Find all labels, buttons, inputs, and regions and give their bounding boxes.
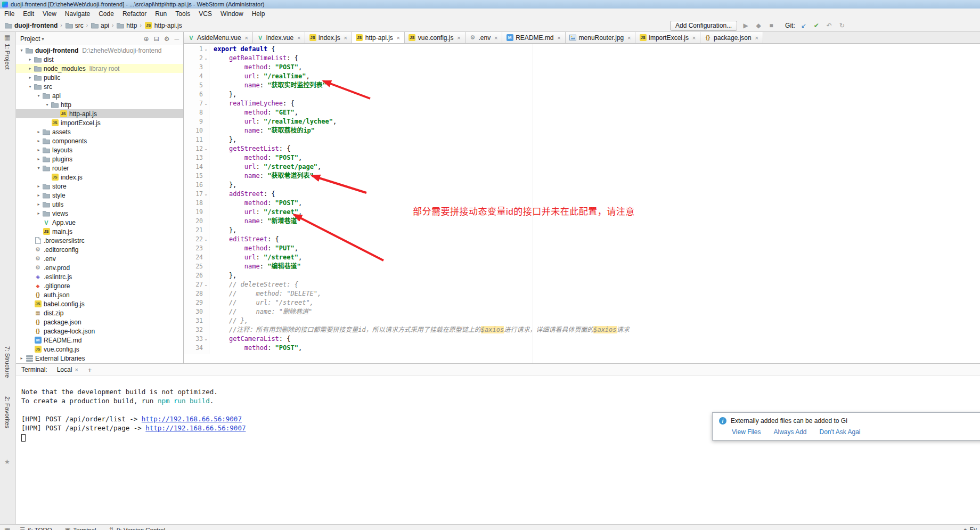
event-log-button[interactable]: ●Ev [963,526,977,530]
terminal-link[interactable]: http://192.168.66.56:9007 [145,424,246,432]
tree-item-package-lock.json[interactable]: {}package-lock.json [16,327,183,336]
close-icon[interactable]: × [296,35,301,41]
editor-tab-index.js[interactable]: JSindex.js× [305,32,352,43]
code-line[interactable]: name: "新增巷道" [214,217,980,226]
tree-item-store[interactable]: ▸store [16,182,183,191]
project-panel-title[interactable]: Project [20,35,40,43]
dont-ask-again-link[interactable]: Don't Ask Agai [820,428,861,436]
editor-tab-http-api.js[interactable]: JShttp-api.js× [352,32,405,43]
code-line[interactable]: method: "POST", [214,153,980,162]
terminal-cursor[interactable] [21,434,26,442]
tree-item-readme.md[interactable]: MREADME.md [16,336,183,345]
code-line[interactable]: export default { [214,45,980,54]
fold-icon[interactable]: ⌄ [203,47,209,52]
code-line[interactable]: }, [214,181,980,190]
code-line[interactable]: url: "/realTime", [214,72,980,81]
menu-item-file[interactable]: File [0,9,19,19]
tree-item-vue.config.js[interactable]: JSvue.config.js [16,345,183,354]
history-icon[interactable]: ↻ [837,21,847,30]
tree-item-utils[interactable]: ▸utils [16,200,183,209]
tree-item-dist.zip[interactable]: ▦dist.zip [16,308,183,317]
code-line[interactable]: }, [214,271,980,280]
chevron-right-icon[interactable]: ▸ [35,202,42,207]
code-line[interactable]: }, [214,226,980,235]
tree-item-.browserslistrc[interactable]: .browserslistrc [16,236,183,245]
status-item-6-todo[interactable]: ☰6: TODO [20,526,52,530]
tree-item-router[interactable]: ▾router [16,164,183,173]
chevron-right-icon[interactable]: ▸ [35,211,42,216]
tool-window-switcher-icon[interactable]: ▦ [4,34,10,41]
code-line[interactable]: }, [214,90,980,99]
locate-icon[interactable]: ⊕ [144,35,149,43]
chevron-right-icon[interactable]: ▸ [35,129,42,134]
editor-tab-menurouter.jpg[interactable]: menuRouter.jpg× [566,32,636,43]
code-line[interactable]: method: "PUT", [214,244,980,253]
tree-item-views[interactable]: ▸views [16,209,183,218]
close-icon[interactable]: × [691,35,697,41]
fold-icon[interactable]: ⌄ [203,146,209,151]
code-line[interactable]: method: "POST", [214,63,980,72]
view-files-link[interactable]: View Files [732,428,761,436]
chevron-down-icon[interactable]: ▾ [44,102,51,107]
chevron-right-icon[interactable]: ▸ [35,157,42,161]
chevron-down-icon[interactable]: ▾ [42,36,44,42]
menu-item-edit[interactable]: Edit [19,9,38,19]
tree-item-auth.json[interactable]: {}auth.json [16,290,183,299]
breadcrumb-item-src[interactable]: src [64,21,85,30]
breadcrumb-item-http[interactable]: http [115,21,138,30]
tree-item-http-api.js[interactable]: JShttp-api.js [16,109,183,118]
breadcrumb-item-http-api.js[interactable]: JShttp-api.js [143,21,183,30]
menu-item-navigate[interactable]: Navigate [61,9,94,19]
tree-item-index.js[interactable]: JSindex.js [16,173,183,182]
code-line[interactable]: addStreet: { [214,190,980,199]
tree-item-duoji-frontend[interactable]: ▾duoji-frontendD:\zheheWeb\duoji-fronten… [16,46,183,55]
title-bar[interactable]: duoji-frontend [D:\zheheWeb\duoji-fronte… [0,0,980,9]
tree-item-components[interactable]: ▸components [16,136,183,145]
terminal-output[interactable]: Note that the development build is not o… [16,377,980,524]
code-line[interactable]: url: "/street/page", [214,162,980,172]
fold-icon[interactable]: ⌄ [203,237,209,242]
stop-icon[interactable]: ■ [766,21,776,30]
code-line[interactable]: getStreetList: { [214,144,980,153]
code-line[interactable]: // url: "/street", [214,298,980,307]
fold-icon[interactable]: ⌄ [203,337,209,341]
settings-icon[interactable]: ⚙ [164,35,170,43]
chevron-right-icon[interactable]: ▸ [27,75,34,80]
status-item-9-version-control[interactable]: ⇅9: Version Control [109,526,166,530]
code-line[interactable]: url: "/realTime/lychee", [214,117,980,126]
tree-item-importexcel.js[interactable]: JSimportExcel.js [16,118,183,127]
tree-item-main.js[interactable]: JSmain.js [16,227,183,236]
code-line[interactable]: // method: "DELETE", [214,289,980,298]
tree-item-style[interactable]: ▸style [16,191,183,200]
git-commit-icon[interactable]: ✔ [812,21,821,30]
tree-item-.gitignore[interactable]: ◆.gitignore [16,281,183,290]
collapse-all-icon[interactable]: ⊟ [154,35,159,43]
tree-item-http[interactable]: ▾http [16,100,183,109]
code-line[interactable]: method: "POST", [214,344,980,353]
chevron-right-icon[interactable]: ▸ [35,193,42,198]
code-line[interactable]: }, [214,135,980,144]
chevron-right-icon[interactable]: ▸ [35,138,42,143]
code-line[interactable]: name: "获取实时监控列表" [214,81,980,90]
tree-item-.eslintrc.js[interactable]: ◈.eslintrc.js [16,272,183,281]
tool-button-structure[interactable]: 7: Structure [4,346,11,378]
chevron-right-icon[interactable]: ▸ [35,148,42,152]
fold-icon[interactable]: ⌄ [203,101,209,106]
chevron-right-icon[interactable]: ▸ [18,356,25,361]
menu-item-vcs[interactable]: VCS [194,9,216,19]
tree-item-.env[interactable]: ⚙.env [16,254,183,263]
tree-item-api[interactable]: ▾api [16,91,183,100]
code-line[interactable]: // }, [214,316,980,325]
close-icon[interactable]: × [343,35,348,41]
breadcrumb-item-duoji-frontend[interactable]: duoji-frontend [3,21,59,30]
editor-tab-importexcel.js[interactable]: JSimportExcel.js× [635,32,700,43]
code-line[interactable]: name: "获取荔枝的ip" [214,126,980,135]
fold-icon[interactable]: ⌄ [203,192,209,197]
menu-item-window[interactable]: Window [216,9,248,19]
tree-item-package.json[interactable]: {}package.json [16,317,183,327]
chevron-right-icon[interactable]: ▸ [27,57,34,62]
code-line[interactable]: getRealTimeList: { [214,54,980,63]
terminal-link[interactable]: http://192.168.66.56:9007 [142,415,242,423]
editor-tab-package.json[interactable]: {}package.json× [700,32,763,43]
code-line[interactable]: realTimeLychee: { [214,99,980,108]
